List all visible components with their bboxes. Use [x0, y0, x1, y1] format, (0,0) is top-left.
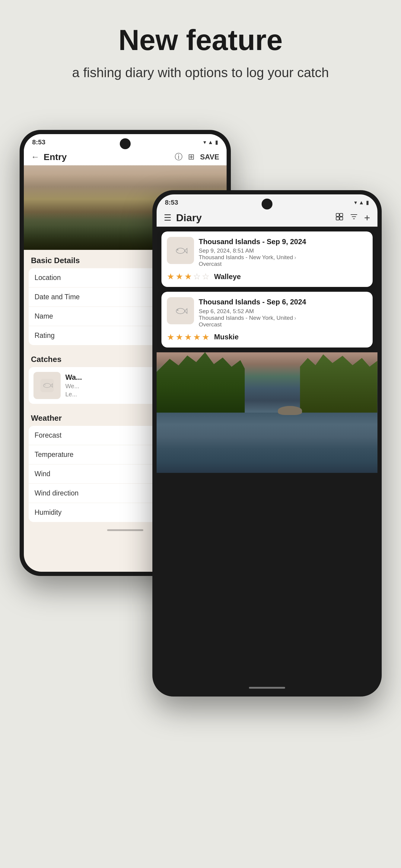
diary-title: Diary: [176, 212, 335, 224]
info-icon[interactable]: ⓘ: [175, 152, 182, 162]
back-home-bar: [107, 529, 143, 531]
entry-2-thumbnail: [167, 297, 194, 324]
phone-front-inner: 8:53 ▾ ▲ ▮ ☰ Diary: [156, 194, 377, 692]
back-status-bar: 8:53 ▾ ▲ ▮: [24, 134, 227, 149]
front-status-time: 8:53: [165, 198, 178, 207]
diary-actions: +: [335, 212, 370, 224]
entry-1-weather: Overcast: [199, 261, 367, 267]
entry-1-title: Thousand Islands - Sep 9, 2024: [199, 237, 367, 246]
star-1-5: ☆: [202, 272, 209, 281]
svg-rect-3: [336, 213, 339, 216]
landscape-rock: [278, 406, 302, 415]
entry-2-title: Thousand Islands - Sep 6, 2024: [199, 297, 367, 307]
add-entry-button[interactable]: +: [364, 212, 370, 224]
back-button[interactable]: ←: [31, 152, 39, 162]
entry-header-actions: ⓘ ⊞ SAVE: [175, 152, 219, 162]
entry-2-weather: Overcast: [199, 321, 367, 328]
entry-2-date: Sep 6, 2024, 5:52 AM: [199, 308, 367, 315]
entry-2-location-chevron: ›: [294, 315, 296, 321]
front-home-indicator: [156, 683, 377, 692]
svg-rect-7: [173, 243, 188, 258]
temperature-label: Temperature: [35, 451, 74, 459]
entry-1-top: Thousand Islands - Sep 9, 2024 Sep 9, 20…: [167, 237, 367, 267]
svg-rect-0: [40, 379, 54, 392]
diary-landscape-photo: [156, 352, 377, 473]
entry-2-bottom: ★ ★ ★ ★ ★ Muskie: [167, 332, 367, 342]
svg-point-9: [177, 249, 178, 250]
diary-entry-2[interactable]: Thousand Islands - Sep 6, 2024 Sep 6, 20…: [162, 292, 373, 347]
back-signal-icon: ▲: [208, 139, 213, 146]
name-label: Name: [35, 312, 53, 320]
entry-title: Entry: [44, 152, 175, 162]
front-signal-icon: ▲: [359, 199, 364, 206]
location-label: Location: [35, 274, 61, 282]
entry-1-date: Sep 9, 2024, 8:51 AM: [199, 247, 367, 254]
entry-1-location-chevron: ›: [294, 254, 296, 261]
svg-point-12: [177, 310, 178, 311]
front-camera-notch: [262, 198, 273, 210]
save-button[interactable]: SAVE: [200, 153, 219, 161]
front-home-bar: [249, 687, 285, 689]
svg-rect-4: [340, 213, 343, 216]
rating-label: Rating: [35, 332, 55, 340]
datetime-label: Date and Time: [35, 293, 80, 301]
entry-header: ← Entry ⓘ ⊞ SAVE: [24, 149, 227, 165]
diary-header: ☰ Diary: [156, 209, 377, 227]
layout-icon[interactable]: ⊞: [188, 152, 195, 161]
diary-layout-icon[interactable]: [335, 213, 344, 223]
humidity-label: Humidity: [35, 508, 62, 517]
entry-1-info: Thousand Islands - Sep 9, 2024 Sep 9, 20…: [199, 237, 367, 267]
star-1-4: ☆: [193, 272, 201, 281]
star-2-4: ★: [193, 332, 201, 342]
front-status-icons: ▾ ▲ ▮: [354, 199, 369, 206]
front-wifi-icon: ▾: [354, 199, 357, 206]
wind-direction-label: Wind direction: [35, 489, 79, 497]
forecast-label: Forecast: [35, 431, 62, 439]
phone-front: 8:53 ▾ ▲ ▮ ☰ Diary: [152, 190, 382, 696]
svg-rect-5: [336, 217, 339, 220]
entry-2-info: Thousand Islands - Sep 6, 2024 Sep 6, 20…: [199, 297, 367, 328]
svg-rect-10: [173, 303, 188, 318]
entry-2-top: Thousand Islands - Sep 6, 2024 Sep 6, 20…: [167, 297, 367, 328]
entry-1-thumbnail: [167, 237, 194, 264]
diary-entries: Thousand Islands - Sep 9, 2024 Sep 9, 20…: [156, 227, 377, 352]
landscape-water: [156, 412, 377, 473]
svg-point-2: [45, 384, 45, 385]
entry-2-stars: ★ ★ ★ ★ ★: [167, 332, 209, 342]
entry-1-stars: ★ ★ ★ ☆ ☆: [167, 272, 209, 281]
back-camera-notch: [120, 138, 131, 149]
menu-icon[interactable]: ☰: [164, 213, 171, 223]
back-battery-icon: ▮: [215, 139, 218, 146]
phones-container: 8:53 ▾ ▲ ▮ ← Entry ⓘ ⊞ SAVE: [20, 106, 382, 793]
back-status-time: 8:53: [32, 138, 46, 146]
back-wifi-icon: ▾: [203, 139, 206, 146]
entry-2-location: Thousand Islands - New York, United ›: [199, 315, 367, 321]
star-2-5: ★: [202, 332, 209, 342]
page-subtitle: a fishing diary with options to log your…: [72, 63, 329, 82]
entry-2-fish: Muskie: [214, 333, 239, 341]
star-2-2: ★: [176, 332, 183, 342]
entry-1-fish: Walleye: [214, 273, 241, 281]
star-2-3: ★: [184, 332, 192, 342]
star-1-2: ★: [176, 272, 183, 281]
diary-content: Thousand Islands - Sep 9, 2024 Sep 9, 20…: [156, 227, 377, 472]
landscape-trees-left: [156, 352, 245, 418]
page-title: New feature: [118, 24, 282, 56]
diary-entry-1[interactable]: Thousand Islands - Sep 9, 2024 Sep 9, 20…: [162, 231, 373, 287]
front-status-bar: 8:53 ▾ ▲ ▮: [156, 194, 377, 209]
wind-label: Wind: [35, 470, 50, 478]
front-battery-icon: ▮: [366, 199, 369, 206]
entry-1-location: Thousand Islands - New York, United ›: [199, 254, 367, 261]
star-2-1: ★: [167, 332, 174, 342]
svg-rect-6: [340, 217, 343, 220]
star-1-1: ★: [167, 272, 174, 281]
back-status-icons: ▾ ▲ ▮: [203, 139, 218, 146]
filter-icon[interactable]: [350, 213, 358, 223]
catch-thumbnail: [33, 372, 61, 399]
entry-1-bottom: ★ ★ ★ ☆ ☆ Walleye: [167, 272, 367, 281]
star-1-3: ★: [184, 272, 192, 281]
